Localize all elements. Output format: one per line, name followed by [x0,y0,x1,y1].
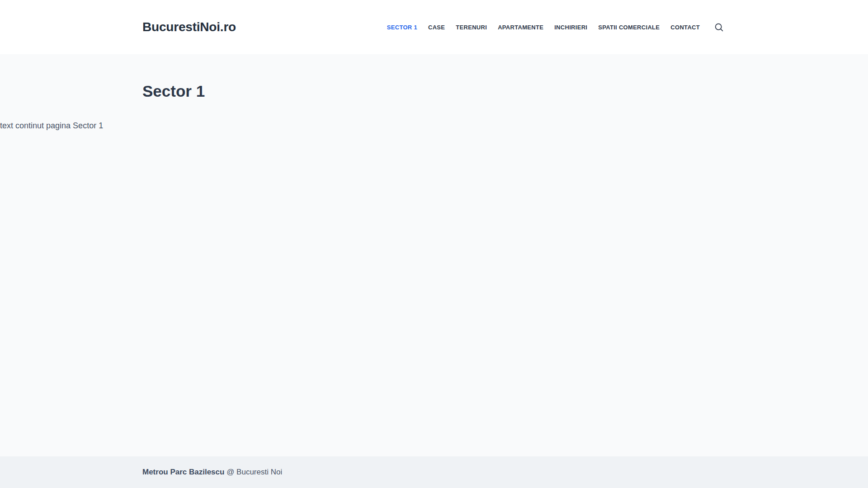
footer-text: Metrou Parc Bazilescu @ Bucuresti Noi [142,468,282,477]
main-content: Sector 1 text continut pagina Sector 1 [0,54,868,456]
nav-item-case[interactable]: CASE [423,21,450,33]
search-button[interactable] [712,21,726,34]
site-footer: Metrou Parc Bazilescu @ Bucuresti Noi [0,456,868,488]
site-logo[interactable]: BucurestiNoi.ro [142,20,236,34]
page: BucurestiNoi.ro SECTOR 1 CASE TERENURI A… [0,0,868,488]
page-body-text: text continut pagina Sector 1 [0,120,868,131]
footer-site-name: Metrou Parc Bazilescu [142,468,224,476]
footer-suffix: @ Bucuresti Noi [224,468,282,476]
page-title: Sector 1 [142,82,726,100]
site-header: BucurestiNoi.ro SECTOR 1 CASE TERENURI A… [0,0,868,54]
header-right: SECTOR 1 CASE TERENURI APARTAMENTE INCHI… [382,21,726,34]
nav-item-sector-1[interactable]: SECTOR 1 [382,21,423,33]
nav-item-inchirieri[interactable]: INCHIRIERI [549,21,593,33]
search-icon [714,23,724,32]
nav-item-spatii-comerciale[interactable]: SPATII COMERCIALE [593,21,665,33]
nav-list: SECTOR 1 CASE TERENURI APARTAMENTE INCHI… [382,21,705,33]
nav-item-apartamente[interactable]: APARTAMENTE [492,21,549,33]
nav-item-contact[interactable]: CONTACT [665,21,705,33]
main-nav: SECTOR 1 CASE TERENURI APARTAMENTE INCHI… [382,21,705,33]
nav-item-terenuri[interactable]: TERENURI [450,21,492,33]
